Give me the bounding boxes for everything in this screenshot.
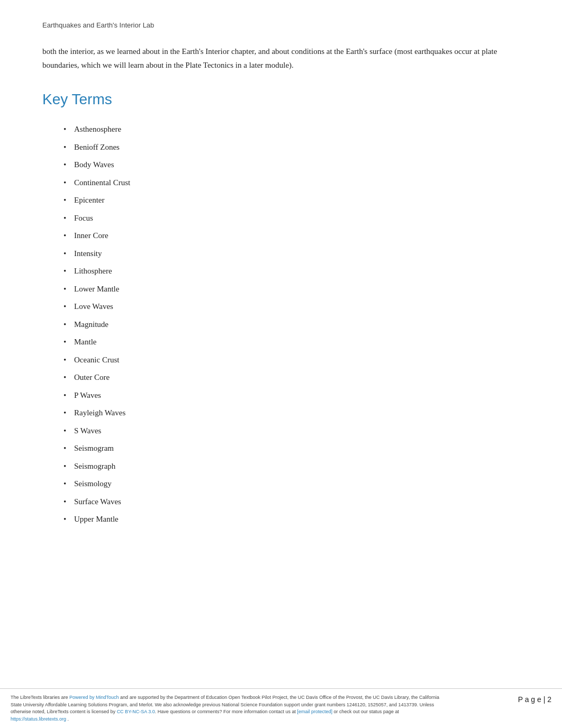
key-terms-list: AsthenosphereBenioff ZonesBody WavesCont… [64, 121, 520, 529]
list-item: Benioff Zones [64, 139, 520, 157]
page-footer: The LibreTexts libraries are Powered by … [0, 688, 562, 728]
license-link[interactable]: CC BY-NC-SA 3.0 [117, 709, 155, 714]
list-item: Lower Mantle [64, 280, 520, 298]
list-item: Mantle [64, 333, 520, 351]
status-link[interactable]: https://status.libretexts.org [11, 716, 66, 722]
intro-paragraph: both the interior, as we learned about i… [42, 45, 520, 72]
list-item: P Waves [64, 387, 520, 405]
list-item: Oceanic Crust [64, 351, 520, 369]
list-item: Seismograph [64, 458, 520, 476]
footer-left: The LibreTexts libraries are Powered by … [11, 694, 445, 723]
list-item: Epicenter [64, 192, 520, 210]
list-item: Seismogram [64, 440, 520, 458]
list-item: Rayleigh Waves [64, 404, 520, 422]
footer-end: . [66, 716, 69, 722]
footer-text-start: The LibreTexts libraries are [11, 695, 69, 700]
list-item: Inner Core [64, 227, 520, 245]
footer-status-text: or check out our status page at [332, 709, 399, 714]
list-item: Continental Crust [64, 174, 520, 192]
list-item: Body Waves [64, 156, 520, 174]
list-item: S Waves [64, 422, 520, 440]
list-item: Lithosphere [64, 262, 520, 280]
list-item: Focus [64, 210, 520, 228]
email-link[interactable]: [email protected] [297, 709, 332, 714]
list-item: Upper Mantle [64, 511, 520, 529]
list-item: Magnitude [64, 316, 520, 334]
list-item: Asthenosphere [64, 121, 520, 139]
page-header: Earthquakes and Earth's Interior Lab [42, 21, 520, 29]
footer-contact-text: . Have questions or comments? For more i… [155, 709, 297, 714]
list-item: Surface Waves [64, 493, 520, 511]
page-title: Earthquakes and Earth's Interior Lab [42, 21, 154, 29]
powered-by-link[interactable]: Powered by MindTouch [69, 695, 119, 700]
footer-page-label: P a g e | 2 [518, 694, 551, 704]
list-item: Love Waves [64, 298, 520, 316]
section-title: Key Terms [42, 91, 520, 108]
list-item: Intensity [64, 245, 520, 263]
list-item: Seismology [64, 475, 520, 493]
list-item: Outer Core [64, 369, 520, 387]
